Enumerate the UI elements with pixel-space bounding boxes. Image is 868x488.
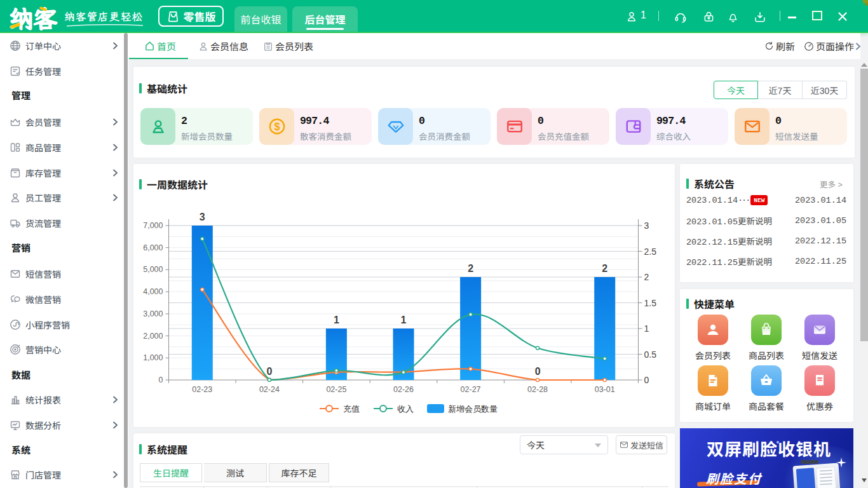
svg-text:02-25: 02-25 [326, 385, 346, 394]
svg-text:收入: 收入 [397, 404, 414, 414]
svg-text:1: 1 [334, 315, 339, 325]
svg-text:1.5: 1.5 [644, 298, 657, 308]
svg-text:4,000: 4,000 [143, 287, 163, 296]
svg-text:2,000: 2,000 [143, 332, 163, 341]
svg-text:02-23: 02-23 [192, 385, 212, 394]
svg-text:充值: 充值 [343, 404, 360, 414]
svg-text:2: 2 [644, 272, 649, 282]
svg-text:02-28: 02-28 [527, 385, 548, 394]
svg-text:2: 2 [468, 263, 473, 274]
svg-text:02-27: 02-27 [461, 385, 481, 394]
svg-text:0: 0 [535, 366, 541, 377]
svg-text:03-01: 03-01 [595, 385, 615, 394]
svg-text:6,000: 6,000 [143, 243, 163, 252]
svg-text:2: 2 [602, 263, 607, 274]
svg-text:02-24: 02-24 [259, 385, 280, 394]
svg-text:0: 0 [159, 376, 163, 384]
svg-text:3: 3 [644, 220, 649, 231]
svg-text:3: 3 [200, 212, 205, 222]
svg-text:1: 1 [401, 315, 407, 325]
svg-text:0: 0 [644, 375, 649, 385]
svg-text:1,000: 1,000 [143, 353, 163, 362]
svg-text:3,000: 3,000 [143, 309, 163, 318]
svg-text:02-26: 02-26 [393, 385, 414, 394]
svg-text:$: $ [274, 121, 280, 132]
svg-text:5,000: 5,000 [143, 265, 163, 274]
svg-text:0.5: 0.5 [644, 349, 657, 360]
svg-text:1: 1 [644, 323, 649, 334]
svg-text:2.5: 2.5 [644, 247, 657, 257]
svg-text:新增会员数量: 新增会员数量 [448, 404, 498, 414]
svg-text:7,000: 7,000 [143, 221, 163, 230]
svg-text:0: 0 [266, 366, 272, 377]
